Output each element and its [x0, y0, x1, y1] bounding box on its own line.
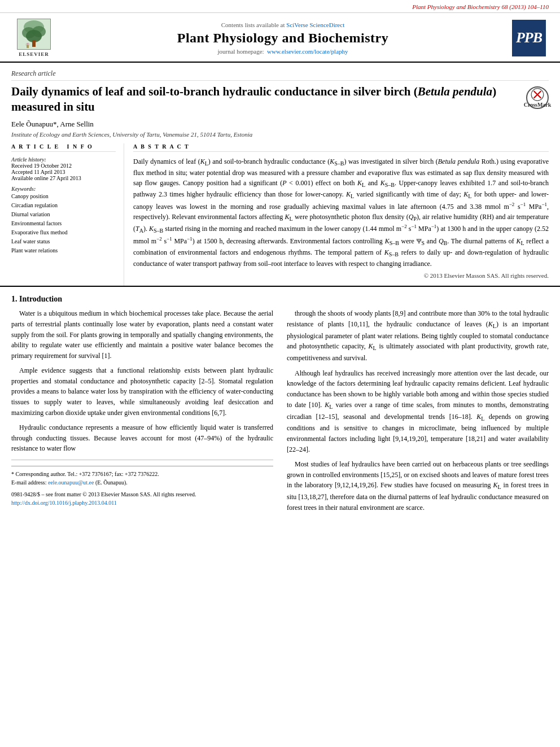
keyword-7: Plant water relations [11, 246, 116, 255]
abstract-column: A B S T R A C T Daily dynamics of leaf (… [124, 143, 549, 286]
ppb-box: PPB [512, 20, 546, 56]
sciverse-link[interactable]: SciVerse ScienceDirect [286, 21, 344, 28]
copyright-line: © 2013 Elsevier Masson SAS. All rights r… [133, 272, 549, 279]
elsevier-logo: ELSEVIER [11, 19, 56, 57]
footnote-area: * Corresponding author. Tel.: +372 73761… [11, 466, 273, 507]
right-para-1: through the shoots of woody plants [8,9]… [287, 308, 549, 364]
footnote-divider [11, 460, 273, 460]
article-info-heading: A R T I C L E I N F O [11, 143, 116, 152]
abstract-heading: A B S T R A C T [133, 143, 549, 152]
journal-header: ELSEVIER Contents lists available at Sci… [0, 13, 560, 63]
svg-rect-4 [32, 40, 36, 47]
body-right-column: through the shoots of woody plants [8,9]… [287, 308, 549, 517]
info-abstract-columns: A R T I C L E I N F O Article history: R… [11, 143, 549, 286]
footnote-corresponding: * Corresponding author. Tel.: +372 73761… [11, 470, 273, 478]
keywords-list: Canopy position Circadian regulation Diu… [11, 192, 116, 255]
article-history: Article history: Received 19 October 201… [11, 156, 116, 181]
abstract-text: Daily dynamics of leaf (KL) and soil-to-… [133, 156, 549, 269]
intro-para-3: Hydraulic conductance represents a measu… [11, 422, 273, 454]
keyword-2: Circadian regulation [11, 201, 116, 210]
email-link[interactable]: eele.ounapuu@ut.ee [48, 479, 94, 486]
intro-para-1: Water is a ubiquitous medium in which bi… [11, 308, 273, 361]
intro-section-heading: 1. Introduction [11, 295, 549, 304]
top-bar: Plant Physiology and Biochemistry 68 (20… [0, 0, 560, 13]
footnote-doi: http://dx.doi.org/10.1016/j.plaphy.2013.… [11, 499, 273, 507]
sciverse-line: Contents lists available at SciVerse Sci… [62, 21, 504, 28]
svg-rect-6 [27, 45, 29, 48]
right-para-2: Although leaf hydraulics has received in… [287, 368, 549, 455]
accepted-date: Accepted 11 April 2013 [11, 169, 116, 175]
journal-homepage: journal homepage: www.elsevier.com/locat… [62, 48, 504, 55]
article-type-label: Research article [11, 69, 549, 81]
authors: Eele Õunapuu*, Arne Sellin [11, 120, 549, 129]
received-date: Received 19 October 2012 [11, 163, 116, 169]
elsevier-tree-image [17, 19, 51, 50]
doi-link[interactable]: http://dx.doi.org/10.1016/j.plaphy.2013.… [11, 500, 117, 506]
article-title-row: Daily dynamics of leaf and soil-to-branc… [11, 84, 549, 120]
keywords-label: Keywords: [11, 186, 116, 192]
article-info-column: A R T I C L E I N F O Article history: R… [11, 143, 124, 286]
journal-center: Contents lists available at SciVerse Sci… [62, 21, 504, 55]
crossmark-area: CrossMark [523, 84, 549, 109]
keyword-5: Evaporative flux method [11, 228, 116, 237]
keyword-6: Leaf water status [11, 237, 116, 246]
keyword-4: Environmental factors [11, 219, 116, 228]
ppb-logo: PPB [509, 20, 549, 56]
footnote-email: E-mail address: eele.ounapuu@ut.ee (E. Õ… [11, 478, 273, 487]
history-label: Article history: [11, 156, 116, 163]
right-para-3: Most studies of leaf hydraulics have bee… [287, 459, 549, 513]
body-left-column: Water is a ubiquitous medium in which bi… [11, 308, 273, 517]
svg-point-7 [27, 43, 29, 45]
journal-title: Plant Physiology and Biochemistry [62, 30, 504, 46]
elsevier-text-label: ELSEVIER [19, 51, 49, 57]
keyword-1: Canopy position [11, 192, 116, 201]
article-title: Daily dynamics of leaf and soil-to-branc… [11, 84, 518, 115]
journal-homepage-link[interactable]: www.elsevier.com/locate/plaphy [267, 48, 348, 55]
journal-reference: Plant Physiology and Biochemistry 68 (20… [412, 3, 549, 10]
footnote-issn: 0981-9428/$ – see front matter © 2013 El… [11, 490, 273, 499]
affiliation: Institute of Ecology and Earth Sciences,… [11, 131, 549, 138]
crossmark-text: CrossMark [524, 102, 552, 108]
article-content-area: Research article Daily dynamics of leaf … [0, 63, 560, 287]
body-columns: Water is a ubiquitous medium in which bi… [11, 308, 549, 517]
available-date: Available online 27 April 2013 [11, 175, 116, 181]
crossmark-badge: CrossMark [526, 86, 549, 109]
intro-para-2: Ample evidence suggests that a functiona… [11, 365, 273, 418]
main-body: 1. Introduction Water is a ubiquitous me… [0, 287, 560, 523]
keyword-3: Diurnal variation [11, 210, 116, 219]
